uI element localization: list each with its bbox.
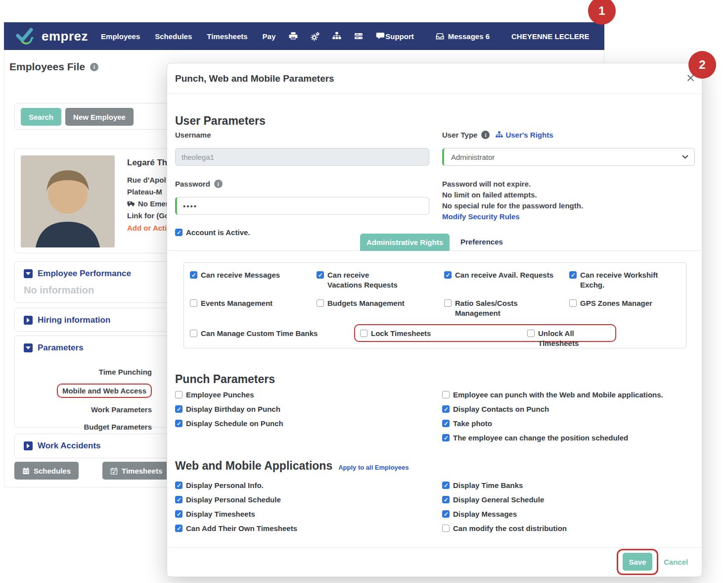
web-checkbox[interactable]: Display General Schedule bbox=[442, 495, 696, 505]
schedules-button[interactable]: Schedules bbox=[14, 462, 79, 480]
cancel-button[interactable]: Cancel bbox=[664, 558, 688, 566]
brand-name: emprez bbox=[42, 29, 88, 44]
checkbox-label: Can receive Vacations Requests bbox=[327, 270, 406, 290]
punch-checkbox[interactable]: Display Schedule on Punch bbox=[175, 419, 429, 429]
admin-checkbox[interactable]: Budgets Management bbox=[317, 298, 444, 318]
checkbox-box bbox=[190, 299, 197, 307]
account-active-checkbox[interactable]: Account is Active. bbox=[175, 228, 250, 238]
collapse-caret-icon bbox=[24, 343, 33, 352]
admin-checkbox[interactable]: Can receive Avail. Requests bbox=[444, 270, 569, 290]
admin-checkbox[interactable]: Can receive Vacations Requests bbox=[317, 270, 406, 290]
tab-administrative-rights[interactable]: Administrative Rights bbox=[360, 234, 450, 251]
checkbox-box bbox=[442, 391, 450, 398]
nav-employees[interactable]: Employees bbox=[101, 32, 140, 41]
admin-checkbox[interactable]: Can receive Messages bbox=[190, 270, 317, 290]
modal-header: Punch, Web and Mobile Parameters bbox=[167, 63, 702, 94]
nav-schedules[interactable]: Schedules bbox=[155, 32, 192, 41]
checkbox-box bbox=[442, 405, 450, 413]
lock-timesheets-annotation-outline: Lock Timesheets Unlock All Timesheets bbox=[354, 324, 616, 342]
checkbox-label: Can receive Avail. Requests bbox=[455, 270, 553, 280]
users-rights-link[interactable]: User's Rights bbox=[496, 131, 553, 139]
checkbox-box bbox=[442, 525, 450, 532]
print-icon[interactable] bbox=[288, 31, 298, 41]
checkbox-box bbox=[444, 271, 452, 279]
punch-parameters-heading: Punch Parameters bbox=[175, 373, 275, 386]
nav-right-group: Support Messages 6 CHEYENNE LECLERE bbox=[385, 31, 621, 41]
search-button[interactable]: Search bbox=[21, 108, 61, 126]
chat-icon[interactable] bbox=[375, 31, 385, 41]
web-checkbox[interactable]: Display Timesheets bbox=[175, 509, 429, 519]
punch-checkbox[interactable]: Employee Punches bbox=[175, 390, 429, 400]
param-mobile-web-access[interactable]: Mobile and Web Access bbox=[57, 384, 152, 398]
users-rights-label: User's Rights bbox=[505, 131, 553, 139]
nav-user[interactable]: CHEYENNE LECLERE bbox=[511, 32, 590, 41]
punch-left-column: Employee Punches Display Birthday on Pun… bbox=[175, 390, 429, 433]
user-type-select[interactable]: Administrator bbox=[442, 148, 695, 166]
web-checkbox[interactable]: Display Messages bbox=[442, 509, 696, 519]
checkbox-label: Display Timesheets bbox=[186, 509, 255, 519]
checkbox-box bbox=[442, 496, 450, 503]
checkbox-label: Employee can punch with the Web and Mobi… bbox=[453, 390, 663, 400]
admin-checkbox[interactable]: GPS Zones Manager bbox=[569, 298, 680, 318]
logout-power-icon[interactable] bbox=[611, 31, 621, 41]
checkbox-label: Budgets Management bbox=[327, 298, 405, 308]
save-button[interactable]: Save bbox=[623, 553, 652, 571]
punch-checkbox[interactable]: Employee can punch with the Web and Mobi… bbox=[442, 390, 696, 400]
web-checkbox[interactable]: Display Personal Info. bbox=[175, 481, 429, 490]
checkbox-box bbox=[569, 271, 577, 279]
lock-timesheets-checkbox[interactable]: Lock Timesheets bbox=[360, 329, 431, 339]
user-type-value: Administrator bbox=[451, 153, 495, 161]
punch-checkbox[interactable]: Display Birthday on Punch bbox=[175, 404, 429, 414]
web-checkbox[interactable]: Can modify the cost distribution bbox=[442, 524, 696, 534]
settings-gears-icon[interactable] bbox=[310, 31, 320, 41]
user-type-info-icon[interactable] bbox=[481, 131, 490, 139]
checkbox-box bbox=[317, 299, 324, 307]
list-icon[interactable] bbox=[354, 31, 364, 41]
page-info-icon[interactable] bbox=[90, 63, 98, 71]
checkbox-label: Can receive Workshift Exchg. bbox=[580, 270, 680, 290]
param-time-punching[interactable]: Time Punching bbox=[24, 368, 152, 376]
admin-checkbox[interactable]: Can Manage Custom Time Banks bbox=[190, 329, 318, 339]
checkbox-label: Take photo bbox=[453, 419, 492, 429]
page-title: Employees File bbox=[9, 61, 85, 73]
timesheets-button[interactable]: Timesheets bbox=[102, 462, 170, 480]
admin-checkbox[interactable]: Events Management bbox=[190, 298, 317, 318]
web-checkbox[interactable]: Display Personal Schedule bbox=[175, 495, 429, 505]
admin-checkbox[interactable]: Can receive Workshift Exchg. bbox=[569, 270, 680, 290]
password-info-icon[interactable] bbox=[214, 180, 223, 188]
checkbox-label: Lock Timesheets bbox=[371, 329, 431, 339]
new-employee-button[interactable]: New Employee bbox=[65, 108, 134, 126]
punch-web-mobile-modal: Punch, Web and Mobile Parameters User Pa… bbox=[167, 63, 702, 577]
employee-emergency-text: No Emer bbox=[138, 199, 169, 208]
annotation-badge-2: 2 bbox=[688, 51, 716, 79]
user-type-label-row: User Type User's Rights bbox=[442, 131, 695, 139]
punch-checkbox[interactable]: The employee can change the position sch… bbox=[442, 433, 696, 443]
collapse-caret-icon bbox=[24, 269, 33, 278]
admin-checkbox[interactable]: Ratio Sales/Costs Management bbox=[444, 298, 518, 318]
apply-all-employees-link[interactable]: Apply to all Employees bbox=[338, 464, 409, 471]
nav-timesheets[interactable]: Timesheets bbox=[207, 32, 247, 41]
section-title: Parameters bbox=[38, 343, 84, 353]
org-chart-icon[interactable] bbox=[332, 31, 342, 41]
unlock-all-timesheets-checkbox[interactable]: Unlock All Timesheets bbox=[527, 329, 615, 348]
brand-logo[interactable]: emprez bbox=[15, 27, 88, 45]
username-input[interactable] bbox=[175, 148, 429, 166]
nav-messages[interactable]: Messages 6 bbox=[436, 32, 490, 41]
param-budget-parameters[interactable]: Budget Parameters bbox=[24, 423, 152, 431]
tab-preferences[interactable]: Preferences bbox=[460, 238, 503, 246]
param-work-parameters[interactable]: Work Parameters bbox=[24, 405, 152, 414]
rule-line: No special rule for the password length. bbox=[442, 200, 695, 211]
punch-checkbox[interactable]: Take photo bbox=[442, 419, 696, 429]
user-parameters-heading: User Parameters bbox=[175, 114, 266, 128]
modify-security-rules-link[interactable]: Modify Security Rules bbox=[442, 211, 695, 222]
password-input[interactable] bbox=[175, 197, 429, 215]
nav-support[interactable]: Support bbox=[385, 32, 414, 41]
web-checkbox[interactable]: Display Time Banks bbox=[442, 481, 696, 490]
web-mobile-right-column: Display Time Banks Display General Sched… bbox=[442, 481, 696, 538]
checkbox-box bbox=[527, 330, 535, 337]
param-mobile-web-access-wrap: Mobile and Web Access bbox=[24, 384, 152, 398]
punch-checkbox[interactable]: Display Contacts on Punch bbox=[442, 404, 696, 414]
nav-pay[interactable]: Pay bbox=[263, 32, 276, 41]
calendar-icon bbox=[22, 467, 30, 475]
web-checkbox[interactable]: Can Add Their Own Timesheets bbox=[175, 524, 429, 534]
